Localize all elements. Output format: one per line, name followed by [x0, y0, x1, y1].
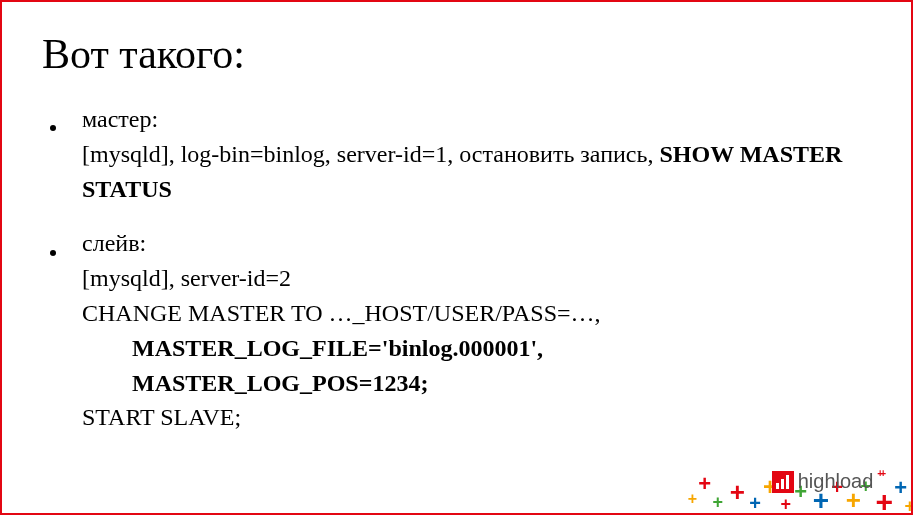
- bullet-text: мастер: [mysqld], log-bin=binlog, server…: [82, 102, 871, 206]
- item-line: CHANGE MASTER TO …_HOST/USER/PASS=…,: [82, 300, 601, 326]
- item-label: слейв:: [82, 230, 146, 256]
- item-line-bold: MASTER_LOG_POS=1234;: [82, 366, 871, 401]
- item-line: [mysqld], server-id=2: [82, 265, 291, 291]
- list-item: мастер: [mysqld], log-bin=binlog, server…: [42, 102, 871, 206]
- item-line: [mysqld], log-bin=binlog, server-id=1, о…: [82, 141, 659, 167]
- highload-logo: highload++: [772, 470, 883, 493]
- bullet-icon: [42, 226, 82, 435]
- list-item: слейв: [mysqld], server-id=2 CHANGE MAST…: [42, 226, 871, 435]
- logo-plus: ++: [877, 468, 883, 479]
- logo-bars-icon: [772, 471, 794, 493]
- slide: Вот такого: мастер: [mysqld], log-bin=bi…: [0, 0, 913, 515]
- slide-title: Вот такого:: [42, 30, 871, 78]
- slide-content: мастер: [mysqld], log-bin=binlog, server…: [42, 102, 871, 435]
- logo-text: highload: [798, 470, 874, 493]
- bullet-icon: [42, 102, 82, 206]
- item-line: START SLAVE;: [82, 404, 241, 430]
- bullet-text: слейв: [mysqld], server-id=2 CHANGE MAST…: [82, 226, 871, 435]
- item-line-bold: MASTER_LOG_FILE='binlog.000001',: [82, 331, 871, 366]
- item-label: мастер:: [82, 106, 158, 132]
